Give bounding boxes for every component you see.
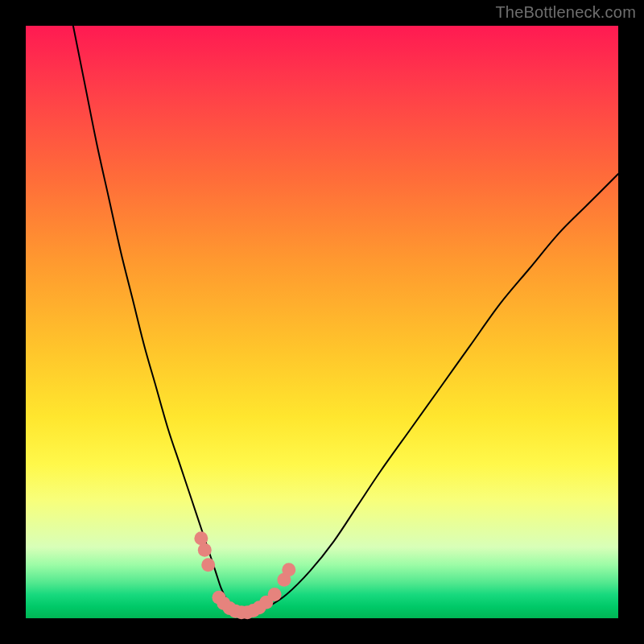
highlight-point xyxy=(201,558,215,572)
chart-svg xyxy=(26,26,618,618)
watermark-text: TheBottleneck.com xyxy=(495,3,636,22)
plot-area xyxy=(26,26,618,618)
highlight-point xyxy=(198,543,212,557)
highlight-markers xyxy=(194,531,295,619)
highlight-point xyxy=(282,563,295,576)
bottleneck-curve xyxy=(73,26,618,613)
highlight-point xyxy=(268,588,282,601)
highlight-point xyxy=(194,531,208,545)
outer-frame: TheBottleneck.com xyxy=(0,0,644,644)
